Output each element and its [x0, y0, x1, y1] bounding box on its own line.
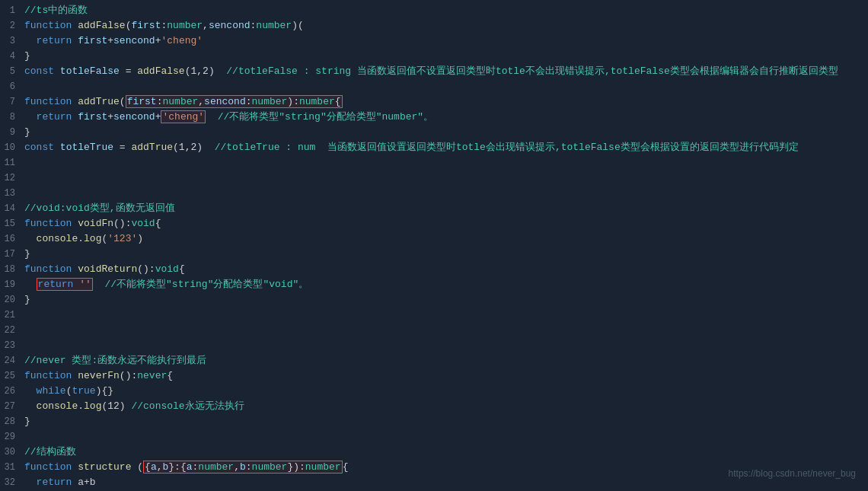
token-plain: [24, 400, 37, 412]
token-plain: {: [179, 263, 185, 275]
token-var-name: totleFalse: [60, 65, 120, 77]
line-number: 3: [0, 33, 21, 49]
line-content: //结构函数: [21, 445, 868, 460]
token-plain: a+b: [72, 477, 95, 488]
token-func-name: addFalse: [137, 65, 184, 77]
token-plain: [54, 65, 60, 77]
line-number: 15: [0, 216, 21, 231]
token-keyword: function: [24, 263, 72, 275]
token-method: log: [84, 233, 101, 244]
token-plain: {: [343, 461, 349, 473]
token-keyword: function: [24, 20, 72, 31]
line-content: function addTrue(first:number,sencond:nu…: [21, 94, 868, 110]
line-number: 25: [0, 368, 21, 384]
token-plain: }: [24, 248, 30, 260]
code-line: 14//void:void类型,函数无返回值: [0, 201, 868, 216]
line-number: 11: [0, 155, 21, 171]
line-content: while(true){}: [21, 384, 868, 399]
token-plain: ): [137, 233, 143, 244]
line-number: 18: [0, 262, 21, 277]
token-keyword: function: [24, 370, 72, 381]
token-keyword: function: [24, 218, 72, 229]
code-line: 26 while(true){}: [0, 384, 868, 399]
token-string: 'cheng': [161, 35, 203, 46]
token-type: number: [256, 20, 292, 31]
code-line: 28}: [0, 414, 868, 429]
token-plain: .: [78, 233, 84, 244]
token-comment: //never 类型:函数永远不能执行到最后: [24, 355, 206, 366]
token-param: first: [78, 111, 107, 123]
line-number: 1: [0, 3, 21, 18]
line-content: return first+sencond+'cheng': [21, 33, 868, 49]
token-plain: [24, 477, 37, 488]
token-plain: ():: [113, 218, 131, 229]
token-param: sencond: [113, 111, 155, 123]
token-plain: [24, 233, 37, 244]
token-param: first: [78, 35, 107, 46]
token-plain: ,: [203, 20, 209, 31]
token-comment: //totleTrue : num 当函数返回值设置返回类型时totle会出现错…: [215, 142, 799, 153]
token-type: void: [155, 263, 179, 275]
error-highlight: {a,b}:{a:number,b:number}):number: [143, 461, 343, 473]
token-type: number: [167, 20, 203, 31]
code-line: 9}: [0, 125, 868, 140]
line-content: return first+sencond+'cheng' //不能将类型"str…: [21, 110, 868, 125]
code-editor: 1//ts中的函数2function addFalse(first:number…: [0, 0, 868, 491]
line-content: return '' //不能将类型"string"分配给类型"void"。: [21, 277, 868, 292]
line-number: 4: [0, 49, 21, 64]
line-content: function neverFn():never{: [21, 368, 868, 384]
token-comment: //totleFalse : string 当函数返回值不设置返回类型时totl…: [226, 65, 838, 77]
token-const-kw: const: [24, 142, 54, 153]
token-comment: //不能将类型"string"分配给类型"void"。: [104, 279, 308, 290]
code-line: 19 return '' //不能将类型"string"分配给类型"void"。: [0, 277, 868, 292]
line-content: console.log(12) //console永远无法执行: [21, 399, 868, 414]
code-line: 21: [0, 308, 868, 323]
code-line: 29: [0, 429, 868, 445]
token-plain: (1,2): [185, 65, 227, 77]
code-line: 20}: [0, 292, 868, 308]
token-type: void: [131, 218, 155, 229]
token-func-name: addTrue: [131, 142, 173, 153]
token-keyword: function: [24, 461, 72, 473]
token-keyword: return: [37, 477, 72, 488]
code-line: 30//结构函数: [0, 445, 868, 460]
token-param: first: [131, 20, 161, 31]
line-number: 30: [0, 445, 21, 460]
token-plain: (12): [101, 400, 131, 412]
token-plain: (1,2): [173, 142, 215, 153]
line-number: 16: [0, 231, 21, 247]
code-line: 2function addFalse(first:number,sencond:…: [0, 18, 868, 33]
line-content: console.log('123'): [21, 231, 868, 247]
line-content: }: [21, 247, 868, 262]
token-plain: {: [167, 370, 173, 381]
token-func-name: addFalse: [78, 20, 125, 31]
code-line: 6: [0, 79, 868, 94]
token-plain: =: [120, 65, 137, 77]
token-comment: //void:void类型,函数无返回值: [24, 202, 175, 214]
token-plain: ():: [120, 370, 137, 381]
code-line: 11: [0, 155, 868, 171]
code-line: 4}: [0, 49, 868, 64]
token-func-name: voidFn: [78, 218, 113, 229]
code-line: 24//never 类型:函数永远不能执行到最后: [0, 353, 868, 368]
code-line: 3 return first+sencond+'cheng': [0, 33, 868, 49]
line-number: 31: [0, 460, 21, 475]
error-highlight: 'cheng': [161, 110, 206, 123]
token-var-name: totleTrue: [60, 142, 113, 153]
token-func-name: neverFn: [78, 370, 120, 381]
line-content: //never 类型:函数永远不能执行到最后: [21, 353, 868, 368]
code-line: 17}: [0, 247, 868, 262]
token-plain: +: [107, 35, 113, 46]
token-plain: =: [113, 142, 131, 153]
line-number: 23: [0, 338, 21, 353]
line-number: 27: [0, 399, 21, 414]
token-keyword: return: [37, 35, 72, 46]
line-content: }: [21, 414, 868, 429]
token-keyword: while: [37, 385, 66, 397]
token-plain: .: [78, 400, 84, 412]
code-line: 1//ts中的函数: [0, 3, 868, 18]
line-number: 10: [0, 140, 21, 155]
code-line: 10const totleTrue = addTrue(1,2) //totle…: [0, 140, 868, 155]
line-number: 26: [0, 384, 21, 399]
code-line: 5const totleFalse = addFalse(1,2) //totl…: [0, 64, 868, 79]
